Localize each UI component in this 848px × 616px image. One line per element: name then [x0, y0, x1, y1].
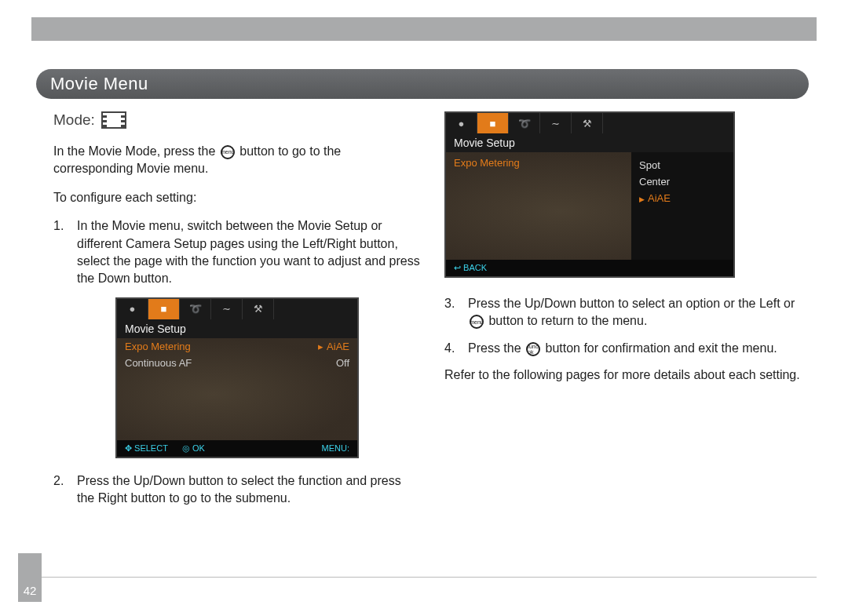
cam1-title: Movie Setup	[117, 319, 357, 338]
page-number: 42	[24, 584, 37, 597]
func-ok-button-icon: func ok	[526, 342, 540, 356]
cam1-tab-wrench-icon: ➰	[180, 299, 211, 319]
film-icon	[101, 111, 126, 129]
cam2-options-panel: Spot Center AiAE	[631, 152, 733, 260]
step-number: 1.	[53, 217, 64, 235]
step-number: 3.	[444, 295, 455, 312]
page-number-box: 42	[18, 553, 42, 602]
cam2-left-panel: Expo Metering	[446, 152, 631, 260]
cam2-tab-movie-icon: ■	[477, 113, 509, 133]
cam2-tab-wrench-icon: ➰	[509, 113, 540, 133]
header-bar	[31, 17, 817, 41]
content-columns: Mode: In the Movie Mode, press the menu …	[53, 111, 812, 517]
left-column: Mode: In the Movie Mode, press the menu …	[53, 111, 421, 517]
step3-after: button to return to the menu.	[485, 314, 647, 327]
step-2: 2. Press the Up/Down button to select th…	[53, 472, 421, 508]
cam1-row2-label: Continuous AF	[125, 357, 192, 369]
cam1-foot-select: ✥ SELECT	[125, 443, 168, 454]
steps-list-right: 3. Press the Up/Down button to select an…	[444, 295, 812, 357]
step4-before: Press the	[468, 341, 525, 355]
camera-screenshot-2: ● ■ ➰ ∼ ⚒ Movie Setup Expo Metering Spot…	[444, 111, 735, 278]
section-title-pill: Movie Menu	[36, 69, 809, 99]
step3-before: Press the Up/Down button to select an op…	[468, 297, 795, 310]
intro-text-before: In the Movie Mode, press the	[53, 144, 219, 158]
step-text: Press the func ok button for confirmatio…	[468, 341, 777, 355]
cam2-row-label: Expo Metering	[454, 157, 520, 169]
cam2-title: Movie Setup	[446, 133, 733, 152]
step-4: 4. Press the func ok button for confirma…	[444, 340, 812, 357]
menu-button-icon: menu	[470, 315, 484, 329]
cam1-tab-tools-icon: ⚒	[243, 299, 274, 319]
cam1-tab-wave-icon: ∼	[211, 299, 243, 319]
cam2-tab-tools-icon: ⚒	[572, 113, 603, 133]
mode-row: Mode:	[53, 111, 421, 129]
camera-screenshot-1: ● ■ ➰ ∼ ⚒ Movie Setup Expo Metering ▸AiA…	[115, 297, 359, 458]
cam1-tab-camera-icon: ●	[117, 299, 148, 319]
cam2-tab-camera-icon: ●	[446, 113, 477, 133]
cam1-row1-value: ▸AiAE	[318, 341, 349, 352]
mode-label: Mode:	[53, 111, 95, 129]
configure-heading: To configure each setting:	[53, 189, 421, 206]
closing-paragraph: Refer to the following pages for more de…	[444, 366, 812, 384]
step-3: 3. Press the Up/Down button to select an…	[444, 295, 812, 330]
cam1-tabs: ● ■ ➰ ∼ ⚒	[117, 299, 357, 319]
footer-rule	[42, 577, 817, 578]
cam1-foot-menu: MENU:	[322, 443, 349, 454]
cam2-tabs: ● ■ ➰ ∼ ⚒	[446, 113, 733, 133]
cam2-row-expo: Expo Metering	[454, 157, 623, 169]
cam2-opt-aiae: AiAE	[639, 190, 726, 206]
section-title: Movie Menu	[50, 74, 148, 94]
step-text: Press the Up/Down button to select the f…	[77, 474, 401, 505]
cam1-row1-label: Expo Metering	[125, 341, 191, 352]
step-number: 2.	[53, 472, 64, 490]
step-1: 1. In the Movie menu, switch between the…	[53, 217, 421, 288]
cam2-opt-spot: Spot	[639, 157, 726, 173]
cam1-row2-value: Off	[336, 357, 349, 369]
intro-paragraph: In the Movie Mode, press the menu button…	[53, 143, 421, 178]
cam2-tab-wave-icon: ∼	[540, 113, 572, 133]
cam1-tab-movie-icon: ■	[148, 299, 180, 319]
step4-after: button for confirmation and exit the men…	[542, 341, 777, 355]
step-text: Press the Up/Down button to select an op…	[468, 297, 795, 327]
cam1-row-caf: Continuous AF Off	[117, 355, 357, 371]
right-column: ● ■ ➰ ∼ ⚒ Movie Setup Expo Metering Spot…	[444, 111, 812, 517]
step-text: In the Movie menu, switch between the Mo…	[77, 219, 420, 285]
steps-list-left-2: 2. Press the Up/Down button to select th…	[53, 472, 421, 508]
cam2-opt-center: Center	[639, 173, 726, 190]
cam2-body: Expo Metering Spot Center AiAE	[446, 152, 733, 260]
cam1-body: Expo Metering ▸AiAE Continuous AF Off	[117, 338, 357, 440]
step-number: 4.	[444, 340, 455, 357]
cam1-row-expo: Expo Metering ▸AiAE	[117, 338, 357, 355]
cam1-footer: ✥ SELECT ◎ OK MENU:	[117, 440, 357, 457]
cam2-back: ↩ BACK	[446, 260, 733, 276]
menu-button-icon: menu	[221, 145, 235, 159]
steps-list-left: 1. In the Movie menu, switch between the…	[53, 217, 421, 288]
cam1-foot-ok: ◎ OK	[182, 443, 205, 454]
